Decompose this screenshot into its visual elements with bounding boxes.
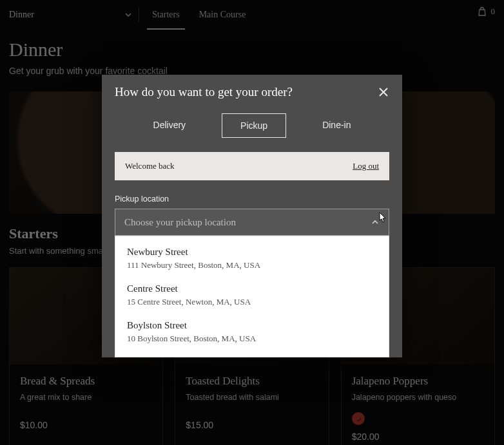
welcome-text: Welcome back: [125, 161, 175, 171]
fulfillment-modal: How do you want to get your order? Deliv…: [102, 75, 402, 357]
option-delivery[interactable]: Delivery: [135, 113, 204, 138]
pickup-location-dropdown: Newbury Street 111 Newbury Street, Bosto…: [115, 236, 389, 357]
option-dinein[interactable]: Dine-in: [304, 113, 369, 138]
pickup-location-placeholder: Choose your pickup location: [124, 217, 236, 228]
location-option[interactable]: Newbury Street 111 Newbury Street, Bosto…: [115, 240, 389, 277]
location-name: Boylston Street: [127, 320, 377, 331]
option-pickup[interactable]: Pickup: [222, 113, 286, 138]
location-address: 15 Centre Street, Newton, MA, USA: [127, 297, 377, 307]
modal-title: How do you want to get your order?: [115, 85, 293, 99]
logout-link[interactable]: Log out: [353, 161, 379, 171]
pickup-location-label: Pickup location: [115, 194, 389, 204]
location-address: 10 Boylston Street, Boston, MA, USA: [127, 334, 377, 344]
close-icon[interactable]: [378, 86, 389, 98]
location-name: Centre Street: [127, 283, 377, 294]
location-name: Newbury Street: [127, 247, 377, 258]
fulfillment-options: Delivery Pickup Dine-in: [102, 104, 402, 152]
welcome-banner: Welcome back Log out: [115, 152, 389, 180]
location-option[interactable]: Centre Street 15 Centre Street, Newton, …: [115, 277, 389, 314]
location-option[interactable]: Boylston Street 10 Boylston Street, Bost…: [115, 314, 389, 350]
chevron-up-icon: [371, 218, 380, 227]
location-address: 111 Newbury Street, Boston, MA, USA: [127, 260, 377, 270]
pickup-location-select[interactable]: Choose your pickup location: [115, 209, 389, 236]
